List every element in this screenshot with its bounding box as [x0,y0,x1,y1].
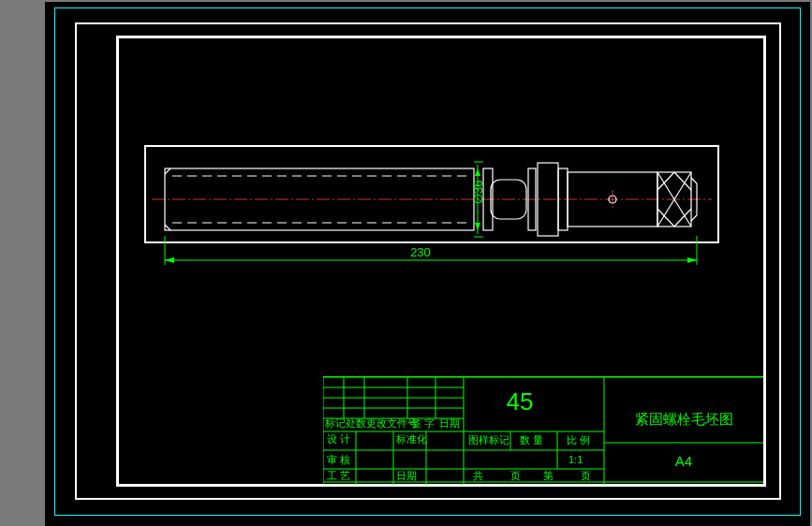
svg-text:标准化: 标准化 [395,433,427,445]
svg-text:审 核: 审 核 [327,454,350,465]
svg-text:页: 页 [581,470,591,481]
svg-text:第: 第 [543,470,554,481]
svg-marker-33 [687,257,697,263]
svg-marker-8 [475,223,480,230]
sheet-size: A4 [675,453,692,469]
svg-line-3 [165,225,170,230]
svg-text:处数: 处数 [346,417,366,429]
svg-marker-7 [475,168,480,176]
title-block: 标记 处数 更改文件号 签 字 日期 设 计 标准化 审 核 工 艺 日期 45… [323,376,763,485]
drawing-title: 紧固螺栓毛坯图 [635,411,733,427]
svg-text:1:1: 1:1 [568,454,583,465]
svg-line-25 [674,172,691,190]
svg-text:数 量: 数 量 [520,434,543,446]
svg-text:更改文件号: 更改文件号 [366,417,418,429]
svg-text:页: 页 [510,470,521,481]
svg-text:图样标记: 图样标记 [468,434,509,446]
svg-text:比 例: 比 例 [567,434,590,446]
svg-line-2 [165,168,170,174]
svg-line-26 [691,178,697,183]
length-dimension: 230 [410,245,431,259]
svg-text:设 计: 设 计 [327,433,350,445]
svg-line-27 [691,215,697,221]
svg-text:共: 共 [473,470,483,481]
svg-text:工 艺: 工 艺 [327,470,350,481]
svg-text:签 字: 签 字 [411,417,435,429]
svg-text:日期: 日期 [439,417,460,429]
svg-line-23 [674,209,691,226]
svg-line-24 [657,209,674,226]
svg-text:标记: 标记 [324,417,346,429]
svg-text:日期: 日期 [396,470,417,481]
part-drawing: ∅36 230 [144,139,719,279]
material-label: 45 [507,387,534,416]
svg-line-22 [657,172,674,190]
svg-marker-32 [165,257,174,263]
